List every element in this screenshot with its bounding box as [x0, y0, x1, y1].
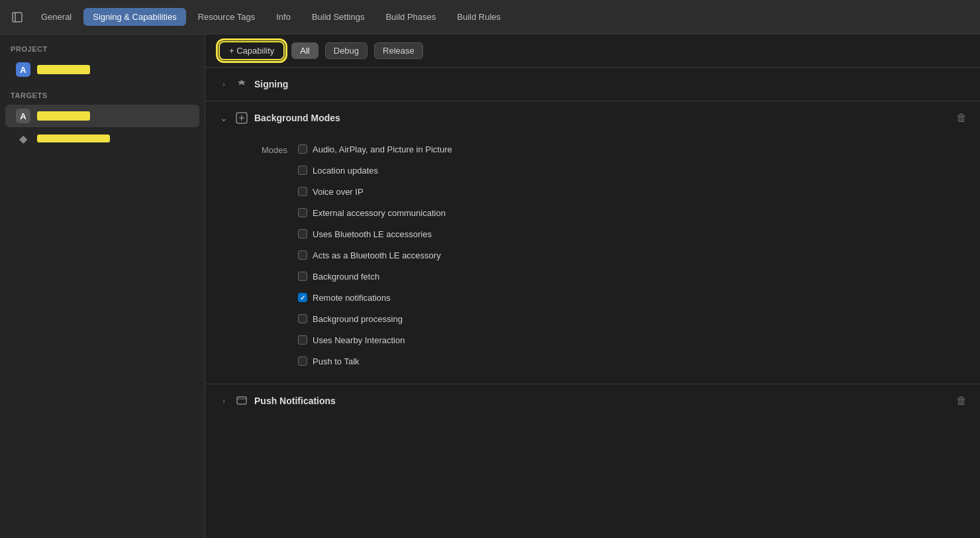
project-name-redacted — [37, 65, 90, 74]
signing-section-row[interactable]: › Signing — [205, 68, 980, 101]
mode-remote-notifications-label: Remote notifications — [313, 293, 391, 303]
signing-icon — [234, 77, 249, 91]
tab-general[interactable]: General — [32, 8, 81, 26]
mode-nearby-interaction-label: Uses Nearby Interaction — [313, 335, 405, 345]
push-chevron-right-icon: › — [219, 396, 229, 406]
mode-external-accessory: External accessory communication — [298, 203, 452, 222]
mode-fetch: Background fetch — [298, 267, 452, 286]
mode-nearby-interaction: Uses Nearby Interaction — [298, 331, 452, 349]
mode-bluetooth-le-checkbox[interactable] — [298, 229, 307, 239]
mode-bluetooth-le-label: Uses Bluetooth LE accessories — [313, 229, 432, 239]
sidebar-target-item[interactable]: A — [5, 105, 199, 127]
tab-build-rules[interactable]: Build Rules — [448, 8, 510, 26]
tab-resource-tags[interactable]: Resource Tags — [189, 8, 264, 26]
mode-fetch-label: Background fetch — [313, 272, 379, 282]
mode-voip-label: Voice over IP — [313, 187, 364, 197]
sidebar-toggle-button[interactable] — [11, 11, 24, 24]
mode-push-to-talk-label: Push to Talk — [313, 356, 360, 366]
tab-signing-capabilities[interactable]: Signing & Capabilities — [83, 8, 185, 26]
mode-audio-checkbox[interactable] — [298, 144, 307, 154]
content-area: + Capability All Debug Release › Signing — [205, 34, 980, 538]
mode-external-accessory-label: External accessory communication — [313, 208, 446, 218]
sidebar-secondary-item[interactable]: ◆ — [5, 127, 199, 150]
bg-modes-icon — [234, 111, 249, 125]
signing-chevron-right-icon: › — [219, 79, 229, 89]
secondary-item-redacted — [37, 134, 110, 142]
modes-area: Modes Audio, AirPlay, and Picture in Pic… — [205, 134, 980, 384]
mode-bg-processing-label: Background processing — [313, 314, 403, 324]
tab-info[interactable]: Info — [267, 8, 300, 26]
push-notifications-icon — [234, 394, 249, 408]
bg-modes-title: Background Modes — [254, 113, 340, 123]
tab-bar: General Signing & Capabilities Resource … — [0, 0, 980, 34]
sidebar: PROJECT A TARGETS A ◆ — [0, 34, 205, 538]
filter-release-button[interactable]: Release — [374, 42, 423, 59]
mode-location-label: Location updates — [313, 166, 378, 176]
push-notifications-section[interactable]: › Push Notifications 🗑 — [205, 384, 980, 417]
svg-rect-0 — [13, 13, 22, 22]
content-scroll[interactable]: › Signing ⌄ — [205, 68, 980, 538]
project-section-label: PROJECT — [0, 45, 205, 58]
add-capability-button[interactable]: + Capability — [219, 41, 285, 60]
bg-modes-chevron-down-icon: ⌄ — [219, 113, 229, 123]
svg-rect-3 — [237, 397, 246, 404]
main-layout: PROJECT A TARGETS A ◆ + Capability All — [0, 34, 980, 538]
mode-nearby-interaction-checkbox[interactable] — [298, 335, 307, 345]
filter-all-button[interactable]: All — [291, 42, 318, 59]
bg-modes-delete-button[interactable]: 🗑 — [956, 112, 967, 124]
tab-build-phases[interactable]: Build Phases — [376, 8, 445, 26]
mode-bluetooth-central: Acts as a Bluetooth LE accessory — [298, 246, 452, 264]
modes-label: Modes — [219, 140, 298, 160]
content-toolbar: + Capability All Debug Release — [205, 34, 980, 68]
project-icon: A — [16, 62, 30, 77]
mode-push-to-talk-checkbox[interactable] — [298, 356, 307, 366]
modes-row: Modes Audio, AirPlay, and Picture in Pic… — [219, 140, 967, 370]
sidebar-toggle-area — [11, 11, 24, 24]
bg-modes-header[interactable]: ⌄ Background Modes 🗑 — [205, 101, 980, 134]
target-icon: A — [16, 109, 30, 123]
sidebar-project-item[interactable]: A — [5, 58, 199, 81]
diamond-icon: ◆ — [16, 131, 30, 146]
mode-remote-notifications-checkbox[interactable] — [298, 293, 307, 302]
mode-fetch-checkbox[interactable] — [298, 272, 307, 281]
mode-audio-label: Audio, AirPlay, and Picture in Picture — [313, 144, 452, 154]
mode-bluetooth-central-label: Acts as a Bluetooth LE accessory — [313, 250, 441, 260]
signing-section-title: Signing — [254, 79, 288, 89]
mode-voip-checkbox[interactable] — [298, 187, 307, 196]
mode-bluetooth-central-checkbox[interactable] — [298, 250, 307, 260]
mode-voip: Voice over IP — [298, 182, 452, 201]
mode-bg-processing: Background processing — [298, 309, 452, 328]
targets-section-label: TARGETS — [0, 91, 205, 105]
push-notifications-delete-button[interactable]: 🗑 — [956, 395, 967, 407]
mode-push-to-talk: Push to Talk — [298, 352, 452, 370]
target-name-redacted — [37, 111, 90, 121]
tab-build-settings[interactable]: Build Settings — [303, 8, 374, 26]
filter-debug-button[interactable]: Debug — [325, 42, 368, 59]
mode-audio: Audio, AirPlay, and Picture in Picture — [298, 140, 452, 158]
modes-list: Audio, AirPlay, and Picture in Picture L… — [298, 140, 452, 370]
mode-remote-notifications: Remote notifications — [298, 288, 452, 307]
background-modes-section: ⌄ Background Modes 🗑 Modes — [205, 101, 980, 384]
add-capability-label: + Capability — [229, 46, 274, 56]
mode-location-checkbox[interactable] — [298, 166, 307, 175]
mode-bluetooth-le: Uses Bluetooth LE accessories — [298, 225, 452, 243]
mode-bg-processing-checkbox[interactable] — [298, 314, 307, 323]
push-notifications-title: Push Notifications — [254, 396, 336, 406]
mode-external-accessory-checkbox[interactable] — [298, 208, 307, 217]
mode-location: Location updates — [298, 161, 452, 180]
